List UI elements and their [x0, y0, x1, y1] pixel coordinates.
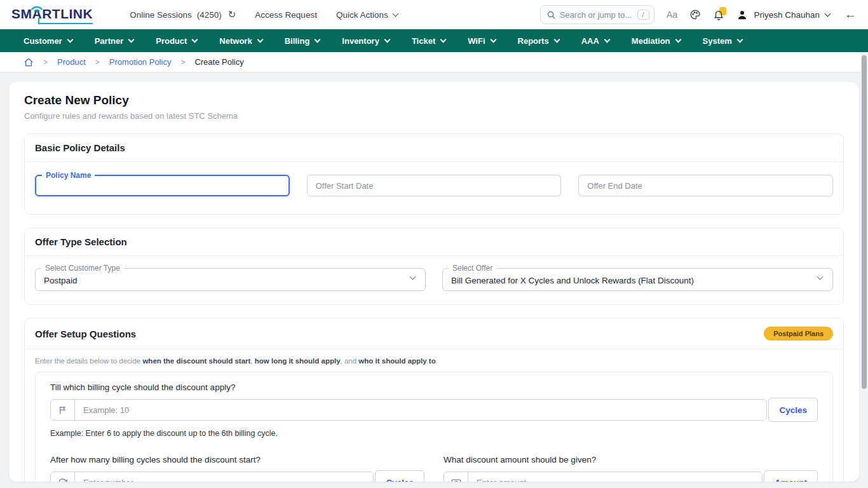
- notifications-bell-icon[interactable]: [713, 9, 724, 20]
- chevron-down-icon: [553, 37, 560, 43]
- chevron-down-icon: [736, 37, 743, 43]
- question-start-after: After how many billing cycles should the…: [50, 455, 424, 482]
- chevron-down-icon: [817, 274, 824, 280]
- avatar: [736, 9, 748, 20]
- theme-palette-icon[interactable]: [689, 9, 701, 20]
- font-size-toggle[interactable]: Aa: [667, 10, 678, 20]
- basic-policy-details-card: Basic Policy Details Policy Name: [24, 133, 844, 215]
- top-header: SMARTLINK Online Sessions (4250) ↻ Acces…: [0, 0, 868, 29]
- offer-end-date-input[interactable]: [578, 175, 833, 196]
- breadcrumb: > Product > Promotion Policy > Create Po…: [0, 52, 868, 72]
- search-shortcut-key: /: [637, 10, 649, 20]
- breadcrumb-separator: >: [43, 58, 48, 67]
- chevron-down-icon: [440, 37, 447, 43]
- nav-item-inventory[interactable]: Inventory: [342, 36, 390, 46]
- nav-item-network[interactable]: Network: [219, 36, 262, 46]
- logo-text: RTLINK: [42, 6, 93, 22]
- logo-text: SM: [11, 6, 32, 22]
- search-icon: [546, 10, 556, 20]
- main-nav: Customer Partner Product Network Billing…: [0, 29, 868, 52]
- offer-value: Bill Generated for X Cycles and Unlock R…: [451, 276, 694, 285]
- offer-label: Select Offer: [449, 264, 496, 273]
- questions-container: Till which billing cycle should the disc…: [35, 372, 833, 482]
- chevron-down-icon: [67, 37, 73, 43]
- access-request-link[interactable]: Access Request: [255, 10, 317, 20]
- page-scrollbar[interactable]: [860, 52, 868, 488]
- customer-type-select[interactable]: Select Customer Type Postpaid: [35, 268, 426, 291]
- chevron-down-icon: [257, 37, 263, 43]
- breadcrumb-current: Create Policy: [194, 57, 243, 67]
- chevron-down-icon: [315, 37, 321, 43]
- amount-unit-suffix: Amount: [764, 470, 818, 482]
- logo-letter-a: A: [32, 6, 43, 22]
- card-title: Offer Setup Questions: [35, 329, 136, 339]
- breadcrumb-separator: >: [95, 58, 100, 67]
- chevron-down-icon: [675, 37, 681, 43]
- page-subtitle: Configure rules and rewards based on lat…: [24, 111, 844, 121]
- online-sessions-label: Online Sessions: [130, 10, 192, 20]
- card-title: Basic Policy Details: [35, 142, 125, 153]
- nav-item-mediation[interactable]: Mediation: [632, 36, 681, 46]
- online-sessions-count: (4250): [197, 10, 222, 20]
- quick-actions-menu[interactable]: Quick Actions: [336, 10, 398, 20]
- search-input[interactable]: [560, 10, 634, 20]
- question-label: Till which billing cycle should the disc…: [50, 383, 818, 392]
- flag-icon: [51, 400, 75, 420]
- card-title: Offer Type Selection: [35, 236, 127, 247]
- smartlink-logo[interactable]: SMARTLINK: [11, 6, 93, 23]
- offer-type-selection-card: Offer Type Selection Select Customer Typ…: [24, 227, 844, 305]
- global-search[interactable]: /: [540, 5, 654, 24]
- nav-item-product[interactable]: Product: [156, 36, 197, 46]
- back-arrow-icon[interactable]: ←: [844, 8, 857, 22]
- offer-start-date-input[interactable]: [307, 175, 562, 196]
- nav-item-aaa[interactable]: AAA: [581, 36, 609, 46]
- online-sessions[interactable]: Online Sessions (4250) ↻: [130, 9, 236, 20]
- chevron-down-icon: [128, 37, 135, 43]
- setup-intro-text: Enter the details below to decide when t…: [35, 357, 833, 365]
- nav-item-partner[interactable]: Partner: [95, 36, 134, 46]
- customer-type-value: Postpaid: [44, 276, 78, 285]
- nav-item-billing[interactable]: Billing: [285, 36, 320, 46]
- breadcrumb-promotion-policy[interactable]: Promotion Policy: [109, 57, 172, 67]
- home-icon[interactable]: [24, 57, 34, 67]
- start-after-input[interactable]: [75, 472, 373, 482]
- refresh-cycle-icon: [51, 472, 75, 482]
- wifi-icon: [30, 0, 44, 8]
- question-discount-amount: What discount amount should be given? Am…: [444, 455, 818, 482]
- customer-type-label: Select Customer Type: [41, 264, 124, 273]
- policy-name-label: Policy Name: [42, 171, 95, 180]
- chevron-down-icon: [825, 10, 831, 17]
- breadcrumb-separator: >: [180, 58, 185, 67]
- chevron-down-icon: [392, 10, 398, 17]
- user-name: Priyesh Chauhan: [754, 10, 820, 20]
- policy-name-field[interactable]: Policy Name: [35, 175, 290, 196]
- nav-item-customer[interactable]: Customer: [24, 36, 72, 46]
- question-label: After how many billing cycles should the…: [50, 455, 424, 464]
- question-till-cycle: Till which billing cycle should the disc…: [50, 383, 818, 438]
- cycles-unit-suffix: Cycles: [375, 470, 424, 482]
- offer-setup-questions-card: Offer Setup Questions Postpaid Plans Ent…: [24, 318, 844, 482]
- scrollbar-thumb[interactable]: [862, 55, 867, 389]
- chevron-down-icon: [410, 274, 416, 280]
- till-cycle-input[interactable]: [75, 400, 766, 420]
- question-help: Example: Enter 6 to apply the discount u…: [50, 429, 818, 438]
- breadcrumb-product[interactable]: Product: [57, 57, 86, 67]
- chevron-down-icon: [384, 37, 390, 43]
- refresh-icon[interactable]: ↻: [228, 9, 236, 20]
- discount-amount-input[interactable]: [468, 472, 762, 482]
- cycles-unit-suffix: Cycles: [768, 398, 818, 422]
- chevron-down-icon: [604, 37, 610, 43]
- nav-item-reports[interactable]: Reports: [518, 36, 559, 46]
- create-policy-panel: Create New Policy Configure rules and re…: [9, 82, 859, 482]
- nav-item-wifi[interactable]: WiFi: [468, 36, 495, 46]
- banknote-icon: [444, 472, 468, 482]
- chevron-down-icon: [192, 37, 198, 43]
- chevron-down-icon: [490, 37, 496, 43]
- page-title: Create New Policy: [24, 93, 844, 107]
- nav-item-ticket[interactable]: Ticket: [412, 36, 445, 46]
- postpaid-plans-badge: Postpaid Plans: [764, 327, 833, 341]
- offer-select[interactable]: Select Offer Bill Generated for X Cycles…: [442, 268, 833, 291]
- nav-item-system[interactable]: System: [703, 36, 742, 46]
- question-label: What discount amount should be given?: [444, 455, 818, 464]
- user-menu[interactable]: Priyesh Chauhan: [736, 9, 830, 20]
